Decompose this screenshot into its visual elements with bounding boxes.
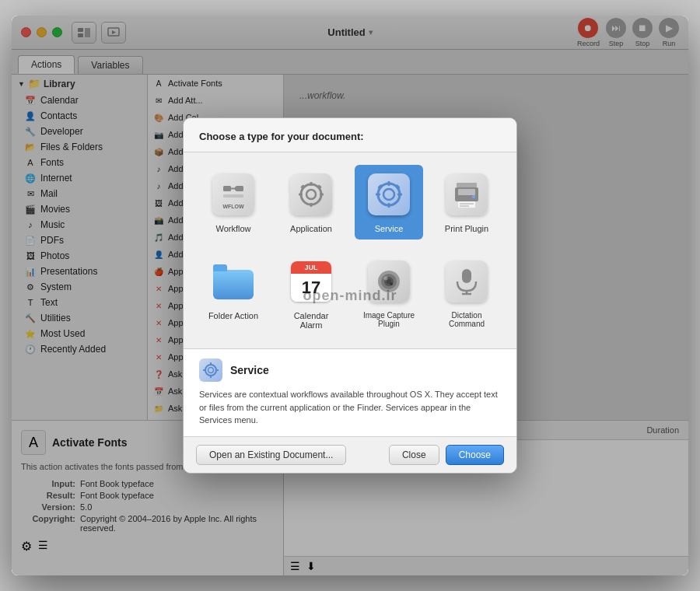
svg-rect-13: [310, 203, 313, 207]
svg-rect-22: [376, 194, 380, 196]
print-plugin-icon: [443, 171, 490, 218]
doc-type-service[interactable]: Service: [355, 165, 423, 240]
svg-rect-47: [215, 369, 219, 371]
doc-type-print-plugin[interactable]: Print Plugin: [432, 165, 501, 240]
svg-rect-31: [460, 203, 474, 205]
svg-rect-23: [397, 194, 402, 196]
close-button[interactable]: Close: [389, 445, 439, 465]
doc-type-folder-action[interactable]: Folder Action: [199, 252, 268, 336]
dictation-label: Dictation Command: [439, 311, 495, 328]
modal-selected-description: Services are contextual workflows availa…: [199, 388, 501, 427]
svg-point-19: [383, 189, 394, 200]
main-window: Untitled ▾ ⏺ Record ⏭ Step ⏹ Stop ▶ Run …: [12, 16, 688, 575]
service-label: Service: [375, 224, 404, 233]
service-icon: [366, 171, 412, 218]
print-plugin-label: Print Plugin: [445, 224, 488, 233]
application-label: Application: [290, 224, 332, 233]
svg-rect-5: [223, 186, 231, 191]
folder-action-icon: [210, 258, 257, 305]
doc-type-workflow[interactable]: WFLOW Workflow: [199, 165, 268, 240]
modal-header-text: Choose a type for your document:: [199, 131, 364, 142]
application-icon: [288, 171, 334, 218]
image-capture-label: Image Capture Plugin: [361, 311, 417, 328]
doc-type-application[interactable]: Application: [277, 165, 345, 240]
modal-description-box: Service Services are contextual workflow…: [184, 348, 516, 437]
svg-rect-32: [460, 205, 469, 207]
svg-rect-45: [210, 375, 212, 378]
svg-rect-12: [310, 182, 313, 186]
svg-point-38: [387, 279, 391, 284]
modal-header: Choose a type for your document:: [184, 118, 516, 152]
svg-rect-39: [462, 269, 471, 283]
calendar-alarm-icon: JUL 17: [288, 258, 334, 305]
modal-footer-right: Close Choose: [389, 445, 504, 465]
svg-point-10: [301, 184, 321, 205]
svg-rect-46: [203, 369, 206, 371]
open-existing-button[interactable]: Open an Existing Document...: [196, 445, 346, 465]
workflow-label: Workflow: [215, 224, 250, 233]
workflow-icon: WFLOW: [210, 171, 257, 218]
svg-rect-28: [458, 189, 475, 195]
svg-rect-9: [223, 194, 243, 198]
doc-type-calendar-alarm[interactable]: JUL 17 Calendar Alarm: [277, 252, 345, 336]
svg-rect-20: [388, 181, 390, 186]
document-type-modal: Choose a type for your document:: [183, 117, 517, 474]
svg-rect-26: [457, 183, 477, 187]
svg-point-29: [472, 195, 475, 198]
svg-rect-15: [320, 194, 324, 196]
doc-type-image-capture[interactable]: Image Capture Plugin: [355, 252, 423, 336]
desc-service-icon: [199, 358, 222, 382]
modal-grid-row2: Folder Action JUL 17 Calendar Alarm: [184, 252, 516, 348]
svg-point-43: [208, 368, 214, 373]
choose-button[interactable]: Choose: [446, 445, 504, 465]
svg-point-36: [384, 277, 388, 281]
modal-selected-title: Service: [230, 364, 269, 376]
modal-desc-header: Service: [199, 358, 501, 382]
image-capture-icon: [366, 258, 412, 305]
svg-rect-14: [299, 194, 303, 196]
svg-rect-44: [210, 362, 212, 365]
modal-grid-row1: WFLOW Workflow: [184, 152, 516, 252]
folder-action-label: Folder Action: [208, 311, 258, 320]
svg-point-42: [205, 365, 216, 376]
doc-type-dictation[interactable]: Dictation Command: [432, 252, 501, 336]
modal-overlay: Choose a type for your document:: [12, 16, 688, 575]
svg-rect-21: [388, 203, 390, 208]
dictation-icon: [443, 258, 490, 305]
modal-footer: Open an Existing Document... Close Choos…: [184, 437, 516, 473]
svg-point-11: [306, 190, 316, 199]
calendar-alarm-label: Calendar Alarm: [283, 311, 339, 330]
